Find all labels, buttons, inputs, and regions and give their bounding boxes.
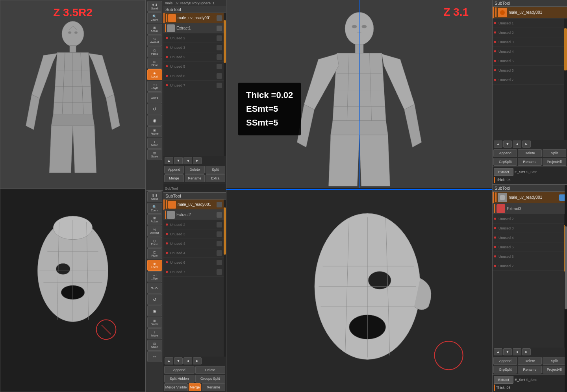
nav-down-bot[interactable]: ▼ <box>174 357 183 364</box>
right-panel-scrollbar[interactable] <box>565 185 567 392</box>
scrollbar-top[interactable] <box>224 13 226 156</box>
move-btn-bot[interactable]: ↕ Move <box>147 328 162 339</box>
scroll-btn-bot[interactable]: ⬆⬇ Scroll <box>147 191 162 202</box>
subtool-item-b-unused3[interactable]: Unused 3 <box>163 229 224 239</box>
delete-btn-rb[interactable]: Delete <box>518 357 541 365</box>
nav-up-top[interactable]: ▲ <box>165 157 173 164</box>
nav-right-rb[interactable]: ► <box>522 348 531 355</box>
delete-btn-top[interactable]: Delete <box>185 166 204 174</box>
frame-btn-top[interactable]: ⊞ Frame <box>147 126 162 137</box>
subtool-item-unused3-top[interactable]: Unused 3 <box>163 43 224 52</box>
rename-btn-rt[interactable]: Rename <box>518 158 541 166</box>
right-item-rb-unused6[interactable]: Unused 6 <box>493 252 564 261</box>
grpsplit-btn-rb[interactable]: GrpSplit <box>493 366 517 374</box>
subtool-item-unused2-top[interactable]: Unused 2 <box>163 33 224 43</box>
local-btn-bot[interactable]: ⊕ Local <box>147 260 162 271</box>
viewport-top-left[interactable]: Z 3.5R2 <box>0 0 146 189</box>
right-item-unused7[interactable]: Unused 7 <box>493 75 564 85</box>
right-item-rb-unused5[interactable]: Unused 5 <box>493 242 564 252</box>
append-btn-rb[interactable]: Append <box>493 357 517 365</box>
actual-btn-bot[interactable]: ⊞ Actual <box>147 214 162 225</box>
frame-btn-bot[interactable]: ⊞ Frame <box>147 317 162 328</box>
split-btn-top[interactable]: Split <box>206 166 225 174</box>
subtool-item-b-unused5[interactable]: Unused 4 <box>163 248 224 258</box>
nav-left-top[interactable]: ◄ <box>183 157 192 164</box>
projectall-btn-rb[interactable]: ProjectAll <box>543 366 566 374</box>
right-item-unused4[interactable]: Unused 4 <box>493 47 564 56</box>
rename-btn-top[interactable]: Rename <box>185 174 205 182</box>
scale-btn-top[interactable]: ⊡ Scale <box>147 149 162 160</box>
rotate-btn-top[interactable]: ↺ <box>147 104 162 115</box>
subtool-item-b-unused2[interactable]: Unused 2 <box>163 220 224 229</box>
append-btn-rt[interactable]: Append <box>493 149 517 157</box>
append-btn-top[interactable]: Append <box>164 166 184 174</box>
nav-up-bot[interactable]: ▲ <box>165 357 173 364</box>
viewport-top-center[interactable]: Z 3.1 <box>226 0 492 189</box>
nav-up-rb[interactable]: ▲ <box>494 348 502 355</box>
lsym-btn-top[interactable]: ↔↕ L.Sym <box>147 81 162 92</box>
zoom-btn-top[interactable]: 🔍 Zoom <box>147 12 162 23</box>
subtool-item-b-unused4[interactable]: Unused 4 <box>163 239 224 248</box>
persp-btn-top[interactable]: ⬡ Persp <box>147 46 162 57</box>
subtool-item-active-bottom[interactable]: male_uv_ready001 <box>163 200 224 210</box>
nav-left-rb[interactable]: ◄ <box>513 348 521 355</box>
rename-btn-rb[interactable]: Rename <box>518 366 541 374</box>
nav-right-rt[interactable]: ► <box>522 141 531 148</box>
extra-btn-top[interactable]: Extra <box>206 174 226 182</box>
lsym-btn-bot[interactable]: ↔↕ L.Sym <box>147 271 162 282</box>
subtool-item-b-unused7[interactable]: Unused 7 <box>163 267 224 277</box>
rename-btn-bot[interactable]: Rename <box>202 383 225 391</box>
nav-right-bot[interactable]: ► <box>193 357 202 364</box>
nav-down-rb[interactable]: ▼ <box>503 348 512 355</box>
right-item-rb-unused2[interactable]: Unused 2 <box>493 214 564 224</box>
rec-btn-bot[interactable]: ◉ <box>147 305 162 316</box>
lasso-btn-bot[interactable]: ⊷ <box>147 351 162 362</box>
delete-btn-rt[interactable]: Delete <box>518 149 541 157</box>
delete-btn-bot[interactable]: Delete <box>195 366 226 374</box>
gxyz-btn-top[interactable]: GxYz <box>147 92 162 103</box>
scale-btn-bot[interactable]: ⊡ Scale <box>147 340 162 351</box>
right-item-unused1[interactable]: Unused 1 <box>493 18 564 28</box>
subtool-item-unused5-top[interactable]: Unused 5 <box>163 62 224 71</box>
subtool-item-extract2[interactable]: Extract2 <box>163 210 224 220</box>
aahalf-btn-bot[interactable]: ½ AAHalf <box>147 226 162 237</box>
merge-btn-bot[interactable]: Merge <box>189 383 201 391</box>
split-btn-rt[interactable]: Split <box>543 149 566 157</box>
subtool-item-extract1[interactable]: Extract1 <box>163 23 224 33</box>
subtool-item-unused7-top[interactable]: Unused 7 <box>163 81 224 90</box>
move-btn-top[interactable]: ↕ Move <box>147 138 162 149</box>
right-item-rb-unused3[interactable]: Unused 3 <box>493 224 564 233</box>
right-item-active-top[interactable]: male_uv_ready001 <box>493 7 567 18</box>
extract-btn-rb[interactable]: Extract <box>494 376 513 384</box>
right-item-unused6[interactable]: Unused 6 <box>493 66 564 75</box>
right-item-unused2[interactable]: Unused 2 <box>493 28 564 37</box>
nav-left-rt[interactable]: ◄ <box>513 141 521 148</box>
subtool-item-unused6-top[interactable]: Unused 6 <box>163 71 224 81</box>
projectall-btn-rt[interactable]: ProjectAll <box>543 158 566 166</box>
aahalf-btn-top[interactable]: ½ AAHalf <box>147 35 162 46</box>
local-btn-top[interactable]: ⊕ Local <box>147 69 162 80</box>
extract-btn-rt[interactable]: Extract <box>494 168 513 176</box>
nav-down-rt[interactable]: ▼ <box>503 141 512 148</box>
grpsplit-btn-rt[interactable]: GrpSplit <box>493 158 517 166</box>
append-btn-bot[interactable]: Append <box>164 366 195 374</box>
floor-btn-top[interactable]: ⊏ Floor <box>147 58 162 69</box>
merge-visible-btn[interactable]: Merge Visible <box>164 383 188 391</box>
right-item-unused5[interactable]: Unused 5 <box>493 56 564 66</box>
merge-btn-top[interactable]: Merge <box>164 174 184 182</box>
zoom-btn-bot[interactable]: 🔍 Zoom <box>147 203 162 214</box>
gxyz-btn-bot[interactable]: GxYz <box>147 283 162 294</box>
right-item-rb-unused7[interactable]: Unused 7 <box>493 261 564 271</box>
nav-right-top[interactable]: ► <box>193 157 202 164</box>
nav-left-bot[interactable]: ◄ <box>183 357 192 364</box>
rec-btn-top[interactable]: ◉ <box>147 115 162 126</box>
nav-up-rt[interactable]: ▲ <box>494 141 502 148</box>
right-item-rb-unused4[interactable]: Unused 4 <box>493 233 564 242</box>
scrollbar-right-top[interactable] <box>564 18 567 140</box>
split-hidden-btn[interactable]: Split Hidden <box>164 375 195 383</box>
viewport-bottom-left[interactable] <box>0 189 146 392</box>
right-item-extract3[interactable]: Extract3 <box>493 203 567 214</box>
groups-split-btn[interactable]: Groups Split <box>195 375 226 383</box>
scroll-btn-top[interactable]: ⬆⬇ Scroll <box>147 1 162 12</box>
subtool-item-unused4-top[interactable]: Unused 2 <box>163 52 224 62</box>
